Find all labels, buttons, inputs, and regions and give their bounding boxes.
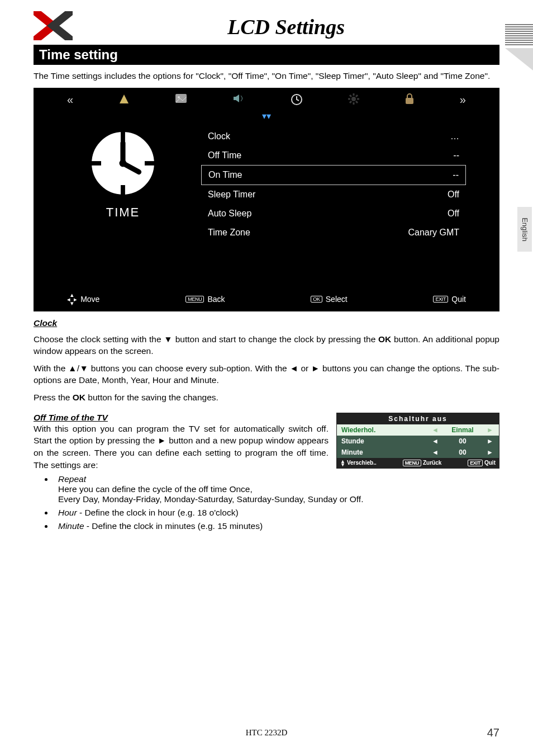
osd-footer-select: OK Select: [311, 295, 347, 304]
osd-footer-move: Move: [80, 295, 99, 304]
text-fragment: Choose the clock setting with the ▼ butt…: [34, 334, 378, 344]
svg-rect-27: [121, 185, 125, 195]
intro-text: The Time settings includes the options f…: [34, 70, 499, 82]
osd-row-value: Off: [448, 190, 459, 200]
osd2-footer: ▲▼ Verschieb.. MENU Zurück EXIT Quit: [337, 458, 499, 469]
osd-footer-bar: ▴◂ ▸▾ Move MENU Back OK Select EXIT Quit: [67, 293, 466, 306]
osd-row-value: Off: [448, 209, 459, 219]
svg-rect-28: [91, 161, 101, 166]
osd-row-value: Canary GMT: [408, 228, 459, 238]
osd-row-time-zone: Time Zone Canary GMT: [201, 223, 466, 242]
bullet-head: Minute: [58, 521, 84, 531]
svg-point-12: [178, 96, 180, 98]
svg-rect-26: [121, 131, 125, 141]
osd-time-menu: « » ▾▾: [34, 88, 499, 311]
page-title: LCD Settings: [73, 15, 499, 39]
osd-tab-bar: « »: [34, 88, 499, 108]
page-footer: HTC 2232D 47: [34, 726, 499, 739]
off-time-bullets: Repeat Here you can define the cycle of …: [34, 474, 499, 531]
osd-schaltuhr-aus: Schaltuhr aus Wiederhol. ◄ Einmal ► Stun…: [336, 413, 499, 469]
osd-tab-time-icon: [291, 93, 303, 108]
bullet-head: Repeat: [58, 474, 86, 484]
off-time-heading: Off Time of the TV: [34, 413, 329, 423]
osd-row-value: --: [453, 170, 459, 180]
osd-row-value: --: [453, 150, 459, 160]
osd-footer-back-label: Back: [207, 295, 225, 304]
osd-row-on-time: On Time --: [201, 165, 466, 185]
svg-line-19: [350, 95, 351, 97]
right-arrow-icon: ►: [486, 437, 494, 445]
updown-arrows-icon: ▲▼: [340, 460, 345, 467]
bullet-text: Every Day, Monday-Friday, Monday-Saturda…: [58, 494, 363, 504]
svg-line-21: [356, 95, 358, 97]
bullet-repeat: Repeat Here you can define the cycle of …: [54, 474, 499, 504]
svg-rect-29: [145, 161, 155, 166]
svg-point-32: [120, 159, 127, 167]
osd-row-label: Clock: [208, 131, 230, 141]
svg-line-22: [350, 101, 351, 103]
text-fragment: button for the saving the changes.: [85, 393, 218, 402]
osd-row-label: Off Time: [208, 150, 241, 160]
osd2-title: Schaltuhr aus: [337, 413, 499, 424]
osd-tab-option-icon: [348, 93, 359, 108]
svg-point-14: [351, 97, 356, 101]
osd2-row-stunde: Stunde ◄ 00 ►: [337, 436, 499, 447]
osd-menu-list: Clock … Off Time -- On Time -- Sleep Tim…: [201, 127, 466, 242]
osd-row-clock: Clock …: [201, 127, 466, 146]
svg-marker-10: [120, 94, 129, 103]
osd-row-label: On Time: [208, 170, 242, 180]
osd-time-label: TIME: [67, 205, 179, 220]
osd-tab-sound-icon: [232, 93, 245, 108]
clock-para-3: Press the OK button for the saving the c…: [34, 392, 499, 404]
footer-model: HTC 2232D: [34, 728, 499, 738]
osd2-row-label: Stunde: [341, 437, 427, 445]
clock-para-2: With the ▲/▼ buttons you can choose ever…: [34, 363, 499, 386]
left-arrow-icon: ◄: [431, 426, 440, 434]
page-header: LCD Settings: [34, 11, 499, 40]
left-arrow-icon: ◄: [431, 448, 440, 456]
svg-rect-23: [406, 98, 413, 104]
section-title: Time setting: [34, 45, 499, 65]
bullet-text: - Define the clock in hour (e.g. 18 o'cl…: [77, 508, 239, 517]
menu-key-icon: MENU: [185, 296, 204, 303]
osd-footer-quit-label: Quit: [451, 295, 466, 304]
osd2-quit: Quit: [484, 460, 496, 466]
osd-tab-lock-icon: [404, 93, 415, 108]
osd-row-label: Sleep Timer: [208, 190, 255, 200]
osd-footer-back: MENU Back: [185, 295, 225, 304]
osd-tab-chevrons-right: »: [460, 93, 466, 108]
osd-tab-picture-icon: [175, 93, 187, 108]
exit-key-icon: EXIT: [468, 460, 483, 466]
osd-row-sleep-timer: Sleep Timer Off: [201, 185, 466, 204]
text-bold: OK: [73, 393, 85, 402]
osd2-row-label: Wiederhol.: [341, 426, 427, 434]
osd-tab-chevrons-left: «: [67, 93, 73, 108]
bullet-text: - Define the clock in minutes (e.g. 15 m…: [84, 521, 263, 531]
osd-row-label: Auto Sleep: [208, 209, 251, 219]
osd-row-value: …: [450, 131, 459, 141]
bullet-text: Here you can define the cycle of the off…: [58, 484, 253, 494]
menu-key-icon: MENU: [403, 460, 421, 466]
osd-footer-quit: EXIT Quit: [433, 295, 466, 304]
osd2-row-label: Minute: [341, 448, 427, 456]
osd2-row-minute: Minute ◄ 00 ►: [337, 447, 499, 458]
ok-key-icon: OK: [311, 296, 322, 303]
exit-key-icon: EXIT: [433, 296, 448, 303]
bullet-minute: Minute - Define the clock in minutes (e.…: [54, 521, 499, 531]
clock-illustration-icon: [87, 127, 159, 200]
bullet-head: Hour: [58, 508, 77, 517]
right-arrow-icon: ►: [486, 426, 494, 434]
osd-row-off-time: Off Time --: [201, 146, 466, 165]
left-arrow-icon: ◄: [431, 437, 440, 445]
osd2-row-value: 00: [443, 437, 482, 445]
x-logo-icon: [34, 11, 73, 40]
osd-row-label: Time Zone: [208, 228, 250, 238]
osd2-row-value: Einmal: [443, 426, 482, 434]
osd-footer-select-label: Select: [326, 295, 348, 304]
osd2-verschieb: Verschieb..: [347, 460, 377, 466]
bullet-hour: Hour - Define the clock in hour (e.g. 18…: [54, 508, 499, 518]
right-arrow-icon: ►: [486, 448, 494, 456]
clock-heading: Clock: [34, 318, 499, 328]
svg-line-20: [356, 101, 358, 103]
clock-para-1: Choose the clock setting with the ▼ butt…: [34, 334, 499, 357]
